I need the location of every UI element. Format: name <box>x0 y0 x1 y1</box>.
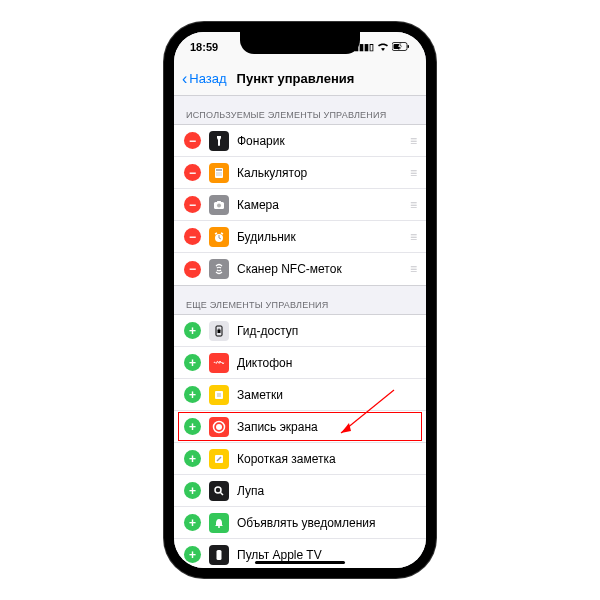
svg-point-26 <box>215 487 221 493</box>
svg-point-12 <box>217 203 221 207</box>
control-row: +Объявлять уведомления <box>174 507 426 539</box>
status-indicators: ▮▮▮▯ <box>354 42 410 53</box>
add-button[interactable]: + <box>184 354 201 371</box>
svg-point-7 <box>220 172 221 173</box>
notch <box>240 32 360 54</box>
reorder-grip-icon[interactable]: ≡ <box>410 230 416 244</box>
app-icon <box>209 195 229 215</box>
chevron-left-icon: ‹ <box>182 70 187 88</box>
add-button[interactable]: + <box>184 322 201 339</box>
add-button[interactable]: + <box>184 386 201 403</box>
control-row: −Камера≡ <box>174 189 426 221</box>
control-row: −Калькулятор≡ <box>174 157 426 189</box>
back-label: Назад <box>189 71 226 86</box>
nav-bar: ‹ Назад Пункт управления <box>174 62 426 96</box>
svg-rect-13 <box>217 201 221 203</box>
page-title: Пункт управления <box>237 71 355 86</box>
control-label: Камера <box>237 198 410 212</box>
control-label: Диктофон <box>237 356 416 370</box>
section-header-included: ИСПОЛЬЗУЕМЫЕ ЭЛЕМЕНТЫ УПРАВЛЕНИЯ <box>174 96 426 124</box>
reorder-grip-icon[interactable]: ≡ <box>410 198 416 212</box>
content-scroll[interactable]: ИСПОЛЬЗУЕМЫЕ ЭЛЕМЕНТЫ УПРАВЛЕНИЯ −Фонари… <box>174 96 426 568</box>
app-icon <box>209 131 229 151</box>
control-label: Лупа <box>237 484 416 498</box>
screen: 18:59 ▮▮▮▯ ‹ Назад Пункт управления ИСПО… <box>174 32 426 568</box>
control-label: Будильник <box>237 230 410 244</box>
svg-point-6 <box>218 172 219 173</box>
home-indicator[interactable] <box>255 561 345 564</box>
control-label: Объявлять уведомления <box>237 516 416 530</box>
control-row: −Будильник≡ <box>174 221 426 253</box>
app-icon <box>209 321 229 341</box>
app-icon <box>209 481 229 501</box>
app-icon <box>209 449 229 469</box>
control-label: Фонарик <box>237 134 410 148</box>
app-icon <box>209 353 229 373</box>
status-time: 18:59 <box>190 41 218 53</box>
add-button[interactable]: + <box>184 546 201 563</box>
control-row: −Сканер NFC-меток≡ <box>174 253 426 285</box>
reorder-grip-icon[interactable]: ≡ <box>410 262 416 276</box>
app-icon <box>209 259 229 279</box>
control-label: Пульт Apple TV <box>237 548 416 562</box>
control-label: Гид-доступ <box>237 324 416 338</box>
remove-button[interactable]: − <box>184 261 201 278</box>
remove-button[interactable]: − <box>184 228 201 245</box>
section-header-more: ЕЩЕ ЭЛЕМЕНТЫ УПРАВЛЕНИЯ <box>174 286 426 314</box>
svg-point-9 <box>218 174 219 175</box>
app-icon <box>209 513 229 533</box>
control-label: Заметки <box>237 388 416 402</box>
control-row: +Заметки <box>174 379 426 411</box>
control-row: −Фонарик≡ <box>174 125 426 157</box>
wifi-icon <box>377 42 389 53</box>
add-button[interactable]: + <box>184 482 201 499</box>
svg-point-24 <box>216 424 222 430</box>
control-row: +Лупа <box>174 475 426 507</box>
control-row: +Запись экрана <box>174 411 426 443</box>
more-list: +Гид-доступ+Диктофон+Заметки+Запись экра… <box>174 314 426 568</box>
control-row: +Диктофон <box>174 347 426 379</box>
add-button[interactable]: + <box>184 450 201 467</box>
control-label: Короткая заметка <box>237 452 416 466</box>
remove-button[interactable]: − <box>184 164 201 181</box>
back-button[interactable]: ‹ Назад <box>182 70 227 88</box>
svg-line-27 <box>221 492 224 495</box>
svg-rect-4 <box>216 169 222 171</box>
app-icon <box>209 417 229 437</box>
svg-rect-2 <box>408 45 410 48</box>
app-icon <box>209 385 229 405</box>
included-list: −Фонарик≡−Калькулятор≡−Камера≡−Будильник… <box>174 124 426 286</box>
app-icon <box>209 227 229 247</box>
app-icon <box>209 163 229 183</box>
remove-button[interactable]: − <box>184 132 201 149</box>
control-label: Сканер NFC-меток <box>237 262 410 276</box>
control-label: Запись экрана <box>237 420 416 434</box>
svg-rect-20 <box>215 391 223 399</box>
phone-frame: 18:59 ▮▮▮▯ ‹ Назад Пункт управления ИСПО… <box>164 22 436 578</box>
add-button[interactable]: + <box>184 514 201 531</box>
control-row: +Гид-доступ <box>174 315 426 347</box>
add-button[interactable]: + <box>184 418 201 435</box>
svg-point-28 <box>218 526 220 528</box>
svg-point-30 <box>218 551 221 554</box>
reorder-grip-icon[interactable]: ≡ <box>410 166 416 180</box>
control-row: +Короткая заметка <box>174 443 426 475</box>
reorder-grip-icon[interactable]: ≡ <box>410 134 416 148</box>
svg-point-8 <box>216 174 217 175</box>
app-icon <box>209 545 229 565</box>
battery-icon <box>392 42 410 53</box>
svg-point-10 <box>220 174 221 175</box>
svg-point-5 <box>216 172 217 173</box>
control-label: Калькулятор <box>237 166 410 180</box>
remove-button[interactable]: − <box>184 196 201 213</box>
